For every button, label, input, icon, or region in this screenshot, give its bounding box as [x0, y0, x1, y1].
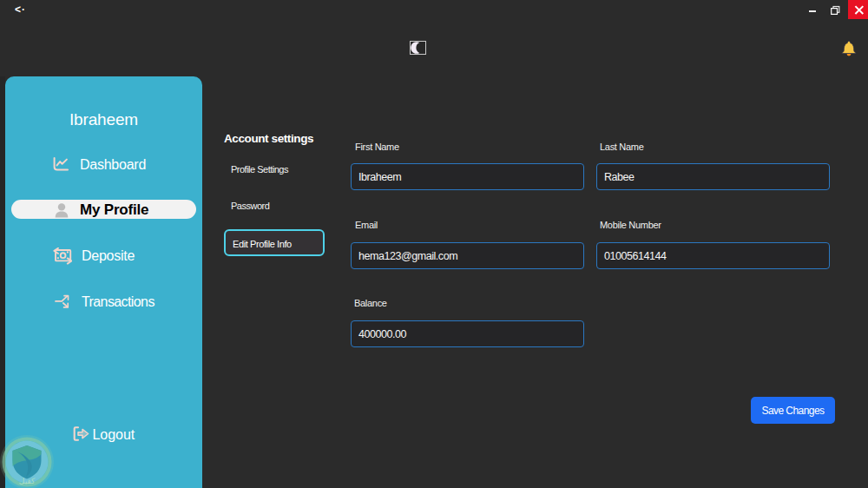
svg-text:كفيل: كفيل [19, 477, 36, 485]
